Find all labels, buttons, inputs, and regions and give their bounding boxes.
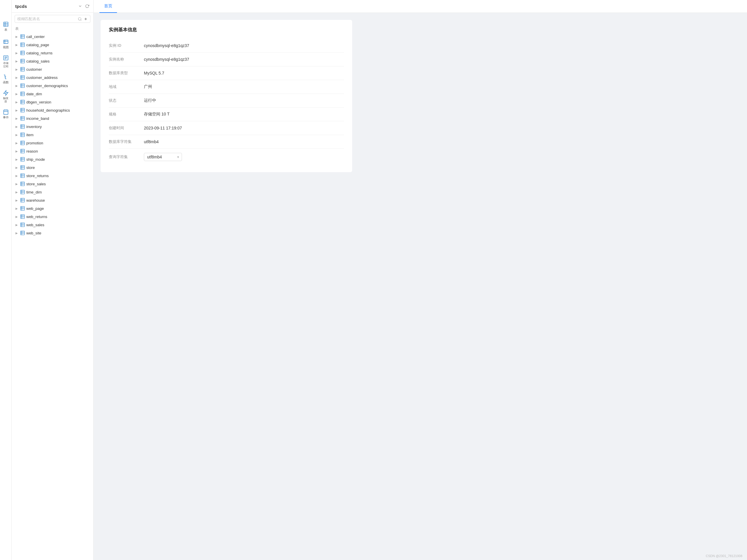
table-list-item[interactable]: ▶ store_sales	[12, 180, 93, 188]
svg-rect-40	[21, 75, 24, 79]
tree-arrow: ▶	[15, 84, 19, 88]
sidebar-item-procedure-label: 存储过程	[3, 62, 8, 68]
info-row: 查询字符集 utf8mb4utf8latin1gbk ▼	[109, 149, 344, 165]
table-list-item[interactable]: ▶ web_returns	[12, 212, 93, 221]
sidebar-item-event[interactable]: 事件	[0, 105, 12, 123]
svg-rect-76	[21, 149, 24, 153]
table-list-item[interactable]: ▶ reason	[12, 147, 93, 155]
nav-title: tpcds	[15, 4, 76, 9]
main-content: 首页 实例基本信息 实例 ID cynosdbmysql-e8g1qz37 实例…	[94, 0, 747, 560]
svg-rect-0	[3, 22, 8, 26]
tree-arrow: ▶	[15, 206, 19, 210]
table-list-item[interactable]: ▶ catalog_returns	[12, 49, 93, 57]
dropdown-icon[interactable]	[78, 3, 83, 9]
refresh-icon[interactable]	[84, 3, 90, 9]
tree-arrow: ▶	[15, 92, 19, 96]
svg-rect-112	[21, 223, 24, 226]
table-name-label: dbgen_version	[26, 100, 51, 104]
table-list-item[interactable]: ▶ store_returns	[12, 171, 93, 180]
table-grid-icon	[20, 189, 25, 195]
info-row: 数据库字符集 utf8mb4	[109, 135, 344, 149]
sidebar-item-function-label: 函数	[3, 81, 9, 84]
table-grid-icon	[20, 124, 25, 129]
table-name-label: store	[26, 165, 35, 170]
table-grid-icon	[20, 132, 25, 137]
table-list-item[interactable]: ▶ income_band	[12, 114, 93, 123]
info-value: MySQL 5.7	[144, 71, 164, 75]
table-grid-icon	[20, 181, 25, 186]
table-list-item[interactable]: ▶ call_center	[12, 32, 93, 41]
table-list-item[interactable]: ▶ household_demographics	[12, 106, 93, 114]
tree-arrow: ▶	[15, 125, 19, 129]
table-list-item[interactable]: ▶ web_page	[12, 204, 93, 212]
table-list-item[interactable]: ▶ customer_address	[12, 73, 93, 82]
table-name-label: catalog_page	[26, 43, 49, 47]
table-list-item[interactable]: ▶ web_sales	[12, 221, 93, 229]
svg-rect-116	[21, 231, 24, 235]
table-list-item[interactable]: ▶ warehouse	[12, 196, 93, 204]
view-icon	[3, 39, 9, 45]
table-list-item[interactable]: ▶ store	[12, 163, 93, 171]
table-list-item[interactable]: ▶ time_dim	[12, 188, 93, 196]
table-list-item[interactable]: ▶ ship_mode	[12, 155, 93, 163]
tree-arrow: ▶	[15, 75, 19, 80]
sidebar-item-table-label: 表	[4, 28, 7, 32]
table-name-label: item	[26, 133, 34, 137]
sidebar-item-procedure[interactable]: 存储过程	[0, 53, 12, 70]
tree-arrow: ▶	[15, 67, 19, 71]
search-input[interactable]	[17, 17, 76, 21]
table-name-label: date_dim	[26, 92, 42, 96]
sidebar-item-trigger-label: 触发器	[3, 97, 8, 103]
sidebar-item-view[interactable]: 视图	[0, 35, 12, 53]
charset-select[interactable]: utf8mb4utf8latin1gbk	[144, 153, 182, 161]
svg-rect-4	[3, 40, 8, 44]
table-grid-icon	[20, 91, 25, 97]
tab-home[interactable]: 首页	[99, 0, 117, 13]
table-name-label: web_returns	[26, 215, 47, 219]
info-value: utf8mb4	[144, 139, 159, 144]
sidebar-item-trigger[interactable]: 触发器	[0, 88, 12, 105]
table-grid-icon	[20, 214, 25, 219]
table-name-label: call_center	[26, 34, 45, 39]
table-list-item[interactable]: ▶ dbgen_version	[12, 98, 93, 106]
table-list-item[interactable]: ▶ promotion	[12, 139, 93, 147]
table-name-label: store_returns	[26, 174, 49, 178]
table-name-label: inventory	[26, 125, 42, 129]
table-name-label: web_sales	[26, 223, 44, 227]
svg-rect-100	[21, 198, 24, 202]
sidebar-item-view-label: 视图	[3, 46, 9, 49]
search-icon[interactable]	[78, 17, 82, 21]
svg-line-17	[81, 20, 82, 21]
table-name-label: web_page	[26, 206, 44, 211]
table-name-label: customer_address	[26, 75, 58, 80]
table-name-label: ship_mode	[26, 157, 45, 162]
tree-arrow: ▶	[15, 223, 19, 227]
table-list-item[interactable]: ▶ customer	[12, 65, 93, 73]
sidebar-item-table[interactable]: 表	[0, 18, 12, 35]
table-list-item[interactable]: ▶ item	[12, 131, 93, 139]
nav-panel: tpcds 表 ▶	[12, 0, 94, 560]
info-label: 实例 ID	[109, 43, 144, 48]
table-list-item[interactable]: ▶ customer_demographics	[12, 82, 93, 90]
table-grid-icon	[20, 140, 25, 145]
top-tabs: 首页	[94, 0, 747, 13]
add-table-icon[interactable]	[84, 17, 88, 21]
tree-arrow: ▶	[15, 190, 19, 194]
tree-arrow: ▶	[15, 100, 19, 104]
svg-rect-92	[21, 182, 24, 186]
table-grid-icon	[20, 116, 25, 121]
info-label: 实例名称	[109, 57, 144, 62]
tree-arrow: ▶	[15, 34, 19, 38]
table-list-item[interactable]: ▶ web_site	[12, 229, 93, 237]
svg-marker-11	[3, 90, 8, 95]
table-name-label: catalog_returns	[26, 51, 53, 55]
tree-arrow: ▶	[15, 149, 19, 153]
table-list-item[interactable]: ▶ catalog_sales	[12, 57, 93, 65]
tree-arrow: ▶	[15, 116, 19, 121]
table-name-label: catalog_sales	[26, 59, 50, 63]
sidebar-item-function[interactable]: 函数	[0, 70, 12, 88]
table-list-item[interactable]: ▶ date_dim	[12, 90, 93, 98]
table-list-item[interactable]: ▶ catalog_page	[12, 41, 93, 49]
table-list-item[interactable]: ▶ inventory	[12, 123, 93, 131]
table-grid-icon	[20, 50, 25, 56]
